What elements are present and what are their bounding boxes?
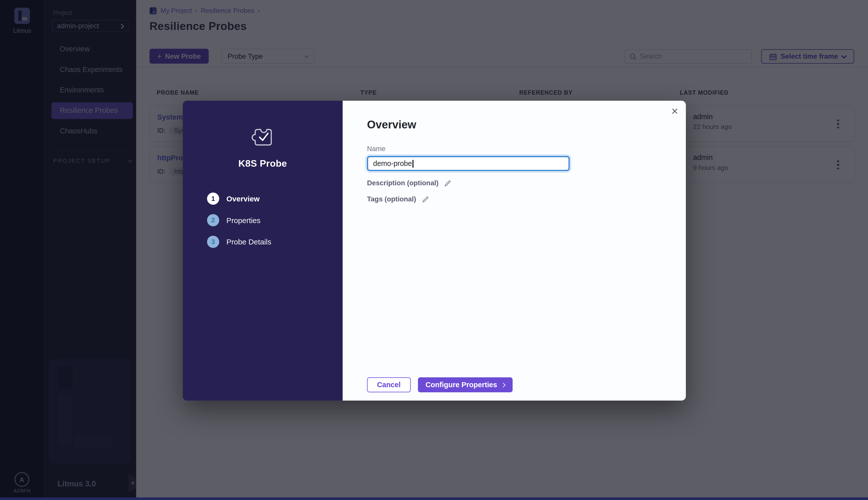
step-probe-details[interactable]: 3 Probe Details <box>207 236 271 248</box>
configure-properties-button[interactable]: Configure Properties <box>418 377 512 392</box>
modal-footer: Cancel Configure Properties <box>367 377 512 392</box>
probe-wizard-modal: K8S Probe 1 Overview 2 Properties 3 Prob… <box>183 101 686 400</box>
step-overview[interactable]: 1 Overview <box>207 193 271 205</box>
cancel-button[interactable]: Cancel <box>367 377 410 392</box>
text-cursor <box>413 160 413 168</box>
wizard-steps: 1 Overview 2 Properties 3 Probe Details <box>207 193 271 248</box>
wizard-side-panel: K8S Probe 1 Overview 2 Properties 3 Prob… <box>183 101 342 400</box>
wizard-form-panel: × Overview Name demo-probe Description (… <box>342 101 686 400</box>
step-number: 2 <box>207 214 219 226</box>
wizard-title: K8S Probe <box>183 158 342 169</box>
edit-pencil-icon[interactable] <box>444 180 451 187</box>
probe-puzzle-icon <box>250 123 275 148</box>
probe-name-value: demo-probe <box>373 159 412 168</box>
name-field-label: Name <box>367 145 385 153</box>
step-number: 1 <box>207 193 219 205</box>
close-icon[interactable]: × <box>671 105 678 117</box>
step-number: 3 <box>207 236 219 248</box>
probe-name-input[interactable]: demo-probe <box>367 156 570 171</box>
modal-heading: Overview <box>367 118 416 131</box>
description-label: Description (optional) <box>367 179 439 187</box>
chevron-right-icon <box>501 383 506 387</box>
tags-label: Tags (optional) <box>367 195 416 203</box>
edit-pencil-icon[interactable] <box>422 196 429 203</box>
step-properties[interactable]: 2 Properties <box>207 214 271 226</box>
app-root: Litmus A ADMIN Project admin-project Ove… <box>0 0 868 500</box>
